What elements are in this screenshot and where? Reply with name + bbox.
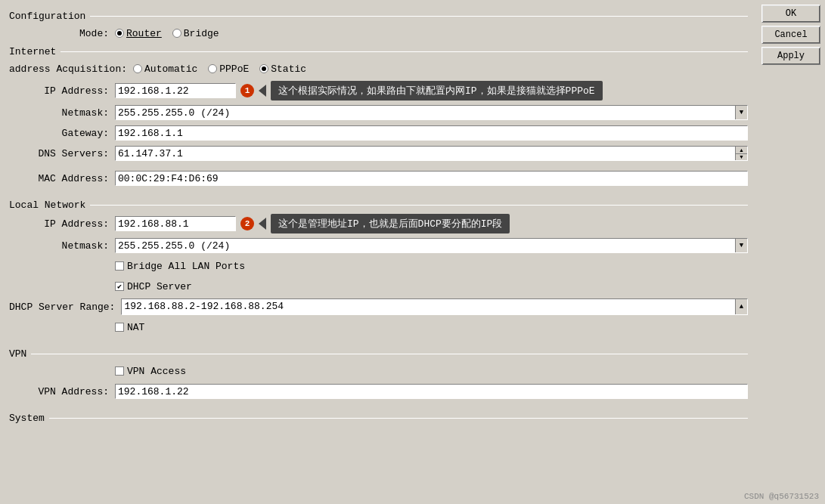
internet-ip-tooltip-box: 这个根据实际情况，如果路由下就配置内网IP，如果是接猫就选择PPPoE <box>271 81 603 100</box>
acq-pppoe-radio[interactable]: PPPoE <box>208 63 249 75</box>
acq-pppoe-label: PPPoE <box>219 63 249 75</box>
mode-bridge-label: Bridge <box>184 28 219 39</box>
bridge-all-checkbox[interactable] <box>115 261 124 271</box>
acq-static-dot <box>262 66 266 71</box>
mode-router-circle <box>115 29 124 38</box>
main-container: Configuration Mode: Router Bridge <box>0 0 825 504</box>
content-area: Configuration Mode: Router Bridge <box>0 0 757 504</box>
vpn-address-input[interactable] <box>115 384 748 399</box>
vpn-access-checkbox-item[interactable]: VPN Access <box>115 366 186 377</box>
internet-netmask-control: 255.255.255.0 (/24) ▼ <box>115 105 748 120</box>
sidebar-buttons: OK Cancel Apply <box>757 0 825 504</box>
internet-dns-row: DNS Servers: 61.147.37.1 ▲ ▼ <box>9 145 748 162</box>
dhcp-server-checkbox[interactable]: ✔ <box>115 282 124 291</box>
acquisition-label: address Acquisition: <box>9 63 133 75</box>
internet-dns-up[interactable]: ▲ <box>736 147 747 154</box>
acq-automatic-label: Automatic <box>144 63 197 75</box>
local-ip-label: IP Address: <box>9 218 115 230</box>
internet-dns-spinner: 61.147.37.1 ▲ ▼ <box>115 146 748 161</box>
vpn-line <box>31 354 748 354</box>
internet-label: Internet <box>9 46 56 57</box>
internet-netmask-arrow[interactable]: ▼ <box>735 106 747 119</box>
local-ip-row: IP Address: 2 这个是管理地址IP，也就是后面DHCP要分配的IP段 <box>9 214 748 233</box>
local-network-section-header: Local Network <box>9 199 748 211</box>
acq-static-radio[interactable]: Static <box>259 63 306 75</box>
internet-mac-label: MAC Address: <box>9 173 115 184</box>
bridge-all-checkbox-item[interactable]: Bridge All LAN Ports <box>115 261 245 272</box>
local-netmask-arrow[interactable]: ▼ <box>735 239 747 252</box>
internet-gateway-row: Gateway: <box>9 125 748 141</box>
internet-ip-label: IP Address: <box>9 85 115 97</box>
dhcp-range-arrow[interactable]: ▲ <box>735 299 747 314</box>
local-ip-tooltip-box: 这个是管理地址IP，也就是后面DHCP要分配的IP段 <box>271 214 510 233</box>
internet-dns-spinner-btns: ▲ ▼ <box>735 147 747 160</box>
configuration-line <box>90 16 748 17</box>
bridge-all-row: Bridge All LAN Ports <box>9 258 748 274</box>
nat-label: NAT <box>127 322 144 333</box>
nat-row: NAT <box>9 319 748 335</box>
apply-button[interactable]: Apply <box>761 47 820 65</box>
dhcp-range-row: DHCP Server Range: 192.168.88.2-192.168.… <box>9 298 748 315</box>
local-ip-control: 2 这个是管理地址IP，也就是后面DHCP要分配的IP段 <box>115 214 748 233</box>
ok-button[interactable]: OK <box>761 5 820 23</box>
internet-netmask-select[interactable]: 255.255.255.0 (/24) ▼ <box>115 105 748 120</box>
local-netmask-select[interactable]: 255.255.255.0 (/24) ▼ <box>115 238 748 253</box>
mode-bridge-circle <box>172 29 181 38</box>
spacer2 <box>9 190 748 195</box>
system-section-header: System <box>9 413 748 424</box>
local-ip-input[interactable] <box>115 216 236 231</box>
mode-radio-group: Router Bridge <box>115 28 219 39</box>
local-netmask-row: Netmask: 255.255.255.0 (/24) ▼ <box>9 237 748 254</box>
acquisition-row: address Acquisition: Automatic PPPoE Sta… <box>9 60 748 77</box>
cancel-button[interactable]: Cancel <box>761 26 820 44</box>
system-label: System <box>9 413 45 424</box>
dhcp-server-control: ✔ DHCP Server <box>115 281 748 292</box>
nat-checkbox[interactable] <box>115 323 124 332</box>
mode-label: Mode: <box>9 28 115 39</box>
dhcp-server-checkbox-item[interactable]: ✔ DHCP Server <box>115 281 192 292</box>
dhcp-range-label: DHCP Server Range: <box>9 301 121 313</box>
local-netmask-value: 255.255.255.0 (/24) <box>116 240 735 252</box>
acq-pppoe-circle <box>208 64 217 73</box>
vpn-label: VPN <box>9 348 26 360</box>
acq-automatic-radio[interactable]: Automatic <box>133 63 197 75</box>
internet-gateway-input[interactable] <box>115 125 748 141</box>
acq-static-label: Static <box>271 63 306 75</box>
dhcp-range-value: 192.168.88.2-192.168.88.254 <box>122 299 735 314</box>
system-line <box>49 418 748 419</box>
vpn-access-checkbox[interactable] <box>115 366 124 376</box>
acquisition-control: Automatic PPPoE Static <box>133 63 748 75</box>
nat-checkbox-item[interactable]: NAT <box>115 322 144 333</box>
mode-router-radio[interactable]: Router <box>115 28 162 39</box>
internet-mac-row: MAC Address: <box>9 170 748 187</box>
configuration-section-header: Configuration <box>9 11 748 22</box>
internet-gateway-label: Gateway: <box>9 128 115 139</box>
internet-mac-input[interactable] <box>115 171 748 186</box>
dhcp-range-input-wrap: 192.168.88.2-192.168.88.254 ▲ <box>121 298 748 315</box>
internet-dns-label: DNS Servers: <box>9 148 115 159</box>
mode-router-dot <box>117 31 122 36</box>
watermark: CSDN @q56731523 <box>744 492 819 501</box>
internet-ip-input[interactable] <box>115 83 236 98</box>
spacer3 <box>9 339 748 344</box>
internet-section-header: Internet <box>9 46 748 57</box>
internet-line <box>60 51 748 52</box>
vpn-address-label: VPN Address: <box>9 386 115 397</box>
local-network-line <box>90 205 748 206</box>
internet-ip-row: IP Address: 1 这个根据实际情况，如果路由下就配置内网IP，如果是接… <box>9 81 748 100</box>
mode-router-label: Router <box>126 28 162 39</box>
local-ip-badge: 2 <box>240 217 254 230</box>
internet-dns-control: 61.147.37.1 ▲ ▼ <box>115 146 748 161</box>
mode-row: Mode: Router Bridge <box>9 25 748 42</box>
internet-dns-down[interactable]: ▼ <box>736 154 747 161</box>
internet-gateway-control <box>115 125 748 141</box>
bridge-all-label: Bridge All LAN Ports <box>127 261 245 272</box>
mode-control: Router Bridge <box>115 28 748 39</box>
local-network-label: Local Network <box>9 199 85 211</box>
internet-ip-tooltip-arrow <box>259 85 266 97</box>
internet-netmask-label: Netmask: <box>9 107 115 119</box>
internet-ip-badge: 1 <box>240 84 254 97</box>
configuration-label: Configuration <box>9 11 85 22</box>
mode-bridge-radio[interactable]: Bridge <box>172 28 219 39</box>
spacer4 <box>9 404 748 408</box>
